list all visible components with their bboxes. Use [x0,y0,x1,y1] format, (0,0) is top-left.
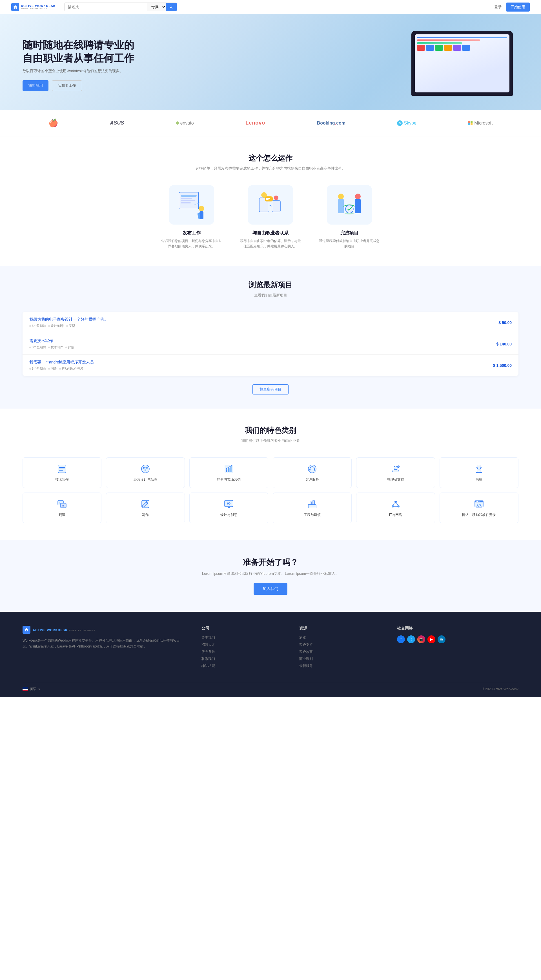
cat-legal[interactable]: 法律 [439,457,519,488]
footer-link-recruit[interactable]: 招聘人才 [202,643,282,647]
it-network-icon [390,498,401,510]
footer-brand: ACTIVE WORKDESK WORK FROM HOME Workdesk是… [22,626,185,671]
brand-asus: ASUS [110,120,124,126]
translation-icon: A 文 [56,498,68,510]
footer-link-accessibility[interactable]: 辅助功能 [202,663,282,668]
cta-button[interactable]: 加入我们 [254,583,287,595]
cat-writing[interactable]: 写作 [106,493,185,523]
svg-rect-13 [265,196,273,202]
categories-section: 我们的特色类别 我们提供以下领域的专业自由职业者 技术写作 [0,409,541,540]
login-link[interactable]: 登录 [494,5,501,10]
cat-engineering[interactable]: 工程与建筑 [273,493,352,523]
brand-apple: 🍎 [48,118,58,128]
cat-admin-support[interactable]: 管理员支持 [356,457,435,488]
cat-web-dev[interactable]: 网络、移动和软件开发 [439,493,519,523]
tile-1 [417,45,425,51]
cat-sales-marketing[interactable]: 销售与市场营销 [189,457,268,488]
svg-text:A: A [59,501,61,504]
cat-tech-writing[interactable]: 技术写作 [22,457,102,488]
svg-line-65 [393,503,396,505]
svg-rect-58 [308,505,316,508]
svg-rect-40 [314,469,315,471]
project-item-1[interactable]: 我想为我的电子商务设计一个好的横幅广告。 3个星期前 设计/创意 罗型 $ 50… [22,312,519,333]
microsoft-icon [468,121,473,126]
footer-link-about[interactable]: 关于我们 [202,635,282,640]
footer-col-company-title: 公司 [202,626,282,631]
svg-rect-55 [226,508,231,508]
svg-point-38 [308,465,316,473]
tag-dot [48,347,50,348]
categories-grid: 技术写作 经营设计与品牌 [22,457,519,523]
footer-link-latest[interactable]: 最新服务 [299,663,380,668]
youtube-icon[interactable]: ▶ [428,635,435,643]
web-dev-icon [473,498,485,510]
brand-envato: envato [176,121,194,126]
cat-design-creative[interactable]: 设计与创意 [189,493,268,523]
hire-button[interactable]: 我想雇用 [22,80,48,91]
how-card-1-title: 发布工作 [161,230,223,236]
instagram-icon[interactable]: 📷 [417,635,425,643]
brands-bar: 🍎 ASUS envato Lenovo Booking.com S Skype… [0,110,541,136]
screen-bar-3 [417,42,462,44]
tile-4 [444,45,452,51]
svg-point-5 [199,206,204,211]
cat-customer-service[interactable]: 客户服务 [273,457,352,488]
cat-it-network[interactable]: IT与网络 [356,493,435,523]
svg-rect-60 [313,501,315,505]
logo-icon [11,3,19,11]
footer-link-business[interactable]: 商业谈判 [299,657,380,661]
search-input[interactable] [65,3,147,11]
how-section: 这个怎么运作 远很简单，只需发布你需要完成的工作，并在几分钟之内找到来自自由职业… [0,136,541,266]
browse-all-button[interactable]: 检查所有项目 [253,384,288,395]
footer-link-stories[interactable]: 客户故事 [299,649,380,654]
footer-link-terms[interactable]: 服务条款 [202,649,282,654]
project-list: 我想为我的电子商务设计一个好的横幅广告。 3个星期前 设计/创意 罗型 $ 50… [22,312,519,376]
tag-dot [48,325,50,327]
cat-label-engineering: 工程与建筑 [304,512,321,517]
footer-link-contact[interactable]: 联系我们 [202,657,282,661]
facebook-icon[interactable]: f [397,635,405,643]
svg-rect-35 [226,469,228,472]
brand-booking: Booking.com [317,121,345,126]
svg-point-62 [395,501,397,503]
svg-rect-15 [266,199,269,200]
project-price-1: $ 50.00 [498,320,512,325]
project-item-3[interactable]: 我需要一个android应用程序开发人员 3个星期前 网络 移动和软件开发 $ … [22,355,519,376]
how-card-2-desc: 获得来自自由职业者的估算、演示，与最佳匹配者聊天，并雇用最称心的人。 [240,239,301,249]
cat-design-brand[interactable]: 经营设计与品牌 [106,457,185,488]
svg-point-22 [345,205,353,213]
svg-point-12 [274,196,278,200]
footer-top: ACTIVE WORKDESK WORK FROM HOME Workdesk是… [22,626,519,671]
svg-line-66 [396,503,398,505]
tag-dot [59,368,61,370]
category-select[interactable]: 专属 [147,3,166,11]
cat-translation[interactable]: A 文 翻译 [22,493,102,523]
footer-description: Workdesk是一个强调的Web应用程序社交平台。用户可以灵活地雇用自由，我总… [22,638,185,649]
register-button[interactable]: 开始使用 [506,3,530,11]
how-card-3-title: 完成项目 [318,230,380,236]
search-button[interactable] [166,3,177,11]
footer-link-support[interactable]: 客户支持 [299,643,380,647]
footer-bottom: 英语 ▾ ©2020 Active Workdesk [22,682,519,692]
project-tags-3: 3个星期前 网络 移动和软件开发 [29,367,94,371]
footer: ACTIVE WORKDESK WORK FROM HOME Workdesk是… [0,612,541,697]
logo[interactable]: ACTIVE WORKDESK WORK FROM HOME [11,3,56,11]
linkedin-icon[interactable]: in [438,635,446,643]
svg-rect-39 [309,469,310,471]
navbar: ACTIVE WORKDESK WORK FROM HOME 专属 登录 开始使… [0,0,541,14]
tag-dot [29,325,31,327]
work-button[interactable]: 我想要工作 [52,80,82,91]
cta-title: 准备开始了吗？ [22,557,519,568]
social-icons: f t 📷 ▶ in [397,635,519,643]
svg-rect-59 [310,502,312,505]
twitter-icon[interactable]: t [407,635,415,643]
project-item-2[interactable]: 需要技术写作 3个星期前 技术写作 罗型 $ 140.00 [22,333,519,355]
admin-support-icon [390,463,401,474]
svg-point-70 [476,501,477,502]
how-cards: 发布工作 告诉我们您的项目。我们与您分享来自世界各地的顶尖人，并联系起来。 与自… [22,185,519,249]
cat-label-sales-marketing: 销售与市场营销 [217,477,240,482]
language-selector[interactable]: 英语 ▾ [22,687,40,692]
svg-point-71 [477,501,478,502]
tag-dot [65,347,67,348]
footer-link-browse[interactable]: 浏览 [299,635,380,640]
